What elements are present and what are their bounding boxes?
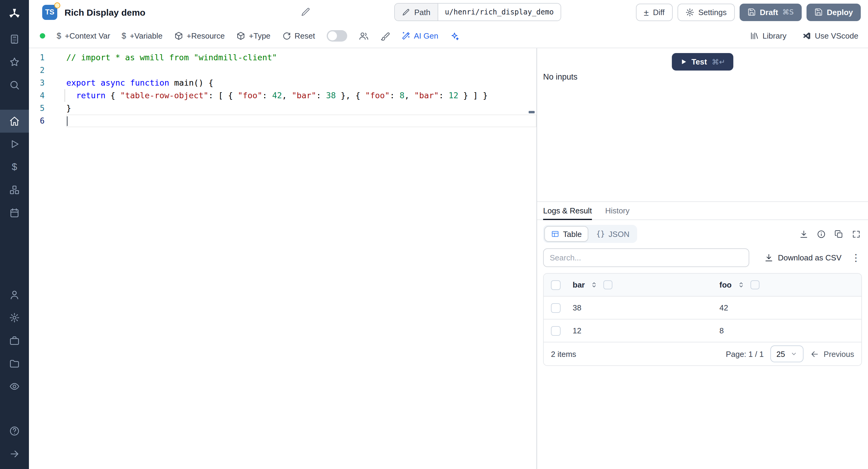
- add-context-var-button[interactable]: $ +Context Var: [57, 31, 110, 40]
- brush-icon: [380, 31, 390, 41]
- sidebar-item-variables[interactable]: $: [0, 156, 29, 179]
- path-control[interactable]: Path u/henri/rich_display_demo: [394, 3, 561, 21]
- column-checkbox[interactable]: [603, 280, 613, 289]
- add-variable-button[interactable]: $ +Variable: [122, 31, 163, 40]
- view-json-button[interactable]: {} JSON: [590, 226, 636, 242]
- sidebar-item-schedules[interactable]: [0, 201, 29, 224]
- settings-button[interactable]: Settings: [677, 3, 735, 21]
- sort-icon[interactable]: [737, 281, 745, 289]
- line-number: 4: [29, 89, 64, 102]
- run-section: Test ⌘↵ No inputs: [537, 48, 868, 202]
- dollar-icon: $: [12, 162, 17, 173]
- draft-button[interactable]: Draft ⌘S: [739, 3, 801, 21]
- edit-title-button[interactable]: [301, 7, 310, 17]
- pagination: Page: 1 / 1 25 Previous: [726, 345, 854, 362]
- add-resource-button[interactable]: +Resource: [174, 31, 224, 40]
- windmill-logo[interactable]: [0, 0, 29, 28]
- arrow-left-icon: [810, 349, 819, 358]
- result-section: Logs & Result History Table: [537, 202, 868, 469]
- reset-button[interactable]: Reset: [282, 31, 315, 40]
- sidebar-item-settings[interactable]: [0, 306, 29, 329]
- calendar-icon: [9, 207, 20, 218]
- script-path[interactable]: u/henri/rich_display_demo: [438, 4, 560, 21]
- diff-button[interactable]: ± Diff: [636, 3, 673, 21]
- sidebar-item-resources[interactable]: [0, 179, 29, 201]
- sidebar-item-folders[interactable]: [0, 352, 29, 375]
- library-button[interactable]: Library: [750, 31, 786, 40]
- tab-history[interactable]: History: [605, 202, 629, 220]
- sidebar-item-help[interactable]: [0, 419, 29, 442]
- header-check-cell: [544, 280, 568, 290]
- code-line[interactable]: }: [66, 102, 536, 115]
- format-code-button[interactable]: [380, 31, 390, 41]
- info-icon: [817, 229, 826, 239]
- content-area: 123456 // import * as wmill from "windmi…: [29, 48, 868, 469]
- result-actions: [799, 229, 861, 239]
- toggle-switch[interactable]: [327, 30, 347, 41]
- select-all-checkbox[interactable]: [551, 280, 561, 290]
- code-line[interactable]: return { "table-row-object": [ { "foo": …: [66, 89, 536, 102]
- view-table-button[interactable]: Table: [544, 226, 588, 242]
- package-icon: [236, 31, 245, 40]
- download-icon: [799, 229, 808, 239]
- code-editor[interactable]: 123456 // import * as wmill from "windmi…: [29, 48, 536, 469]
- column-header-foo: foo: [715, 280, 861, 289]
- star-icon: [9, 57, 20, 67]
- copy-result-button[interactable]: [834, 229, 843, 239]
- eye-icon: [9, 381, 20, 392]
- sidebar-item-user[interactable]: [0, 283, 29, 306]
- kebab-menu-icon[interactable]: ⋮: [851, 253, 861, 262]
- column-header-bar: bar: [568, 280, 715, 289]
- code-line[interactable]: // import * as wmill from "windmill-clie…: [66, 51, 536, 64]
- briefcase-icon: [9, 335, 20, 346]
- user-icon: [9, 289, 20, 300]
- main-area: TS Rich Display demo Path u/henri/rich_d…: [29, 0, 868, 469]
- sidebar-item-home[interactable]: [0, 110, 29, 133]
- line-number: 5: [29, 102, 64, 115]
- page-size-value: 25: [776, 349, 785, 358]
- use-vscode-button[interactable]: Use VScode: [802, 31, 858, 40]
- deploy-button[interactable]: Deploy: [806, 3, 861, 21]
- page-indicator: Page: 1 / 1: [726, 349, 764, 358]
- tab-logs-result[interactable]: Logs & Result: [543, 202, 592, 220]
- sidebar-collapse-button[interactable]: [0, 442, 29, 465]
- sidebar-item-audit[interactable]: [0, 375, 29, 398]
- sidebar-item-search[interactable]: [0, 73, 29, 96]
- editor-code[interactable]: // import * as wmill from "windmill-clie…: [64, 48, 536, 469]
- sidebar-item-favorites[interactable]: [0, 51, 29, 73]
- sort-icon[interactable]: [590, 281, 598, 289]
- code-line[interactable]: export async function main() {: [66, 76, 536, 89]
- sidebar-item-calculator[interactable]: [0, 28, 29, 51]
- dollar-icon: $: [57, 31, 61, 40]
- sparkles-button[interactable]: [450, 31, 459, 41]
- search-icon: [9, 80, 20, 90]
- download-result-button[interactable]: [799, 229, 808, 239]
- sidebar-item-workers[interactable]: [0, 329, 29, 352]
- result-info-button[interactable]: [817, 229, 826, 239]
- download-icon: [764, 253, 773, 262]
- row-checkbox[interactable]: [551, 326, 561, 336]
- column-checkbox[interactable]: [750, 280, 759, 289]
- previous-page-label: Previous: [824, 349, 854, 358]
- download-csv-button[interactable]: Download as CSV: [764, 253, 841, 262]
- code-line[interactable]: [66, 115, 536, 127]
- sidebar-item-runs[interactable]: [0, 133, 29, 156]
- line-number: 3: [29, 76, 64, 89]
- expand-result-button[interactable]: [852, 229, 861, 239]
- page-size-select[interactable]: 25: [770, 345, 804, 362]
- add-type-button[interactable]: +Type: [236, 31, 271, 40]
- draft-button-label: Draft: [760, 7, 778, 17]
- path-edit-button[interactable]: Path: [395, 4, 438, 21]
- right-panel: Test ⌘↵ No inputs Logs & Result History: [536, 48, 868, 469]
- code-line[interactable]: [66, 64, 536, 76]
- users-icon-button[interactable]: [358, 31, 369, 41]
- play-icon: [9, 139, 20, 150]
- overview-ruler-cursor: [529, 111, 535, 113]
- test-button[interactable]: Test ⌘↵: [672, 53, 734, 70]
- previous-page-button[interactable]: Previous: [810, 349, 854, 358]
- home-icon: [9, 116, 20, 127]
- row-checkbox[interactable]: [551, 303, 561, 313]
- column-label: foo: [719, 280, 732, 289]
- search-input[interactable]: [543, 248, 749, 267]
- ai-gen-button[interactable]: AI Gen: [401, 31, 438, 40]
